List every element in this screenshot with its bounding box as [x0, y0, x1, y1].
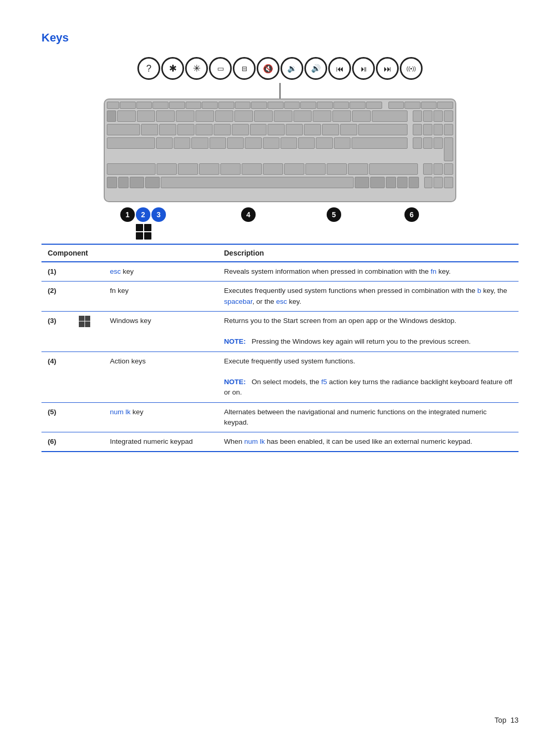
row-description: When num lk has been enabled, it can be …	[218, 432, 519, 452]
table-row: (4) Action keys Execute frequently used …	[41, 352, 519, 402]
row-num: (5)	[41, 402, 73, 432]
action-icon-mute: 🔇	[257, 57, 279, 80]
table-row: (6) Integrated numeric keypad When num l…	[41, 432, 519, 452]
row-description: Executes frequently used system function…	[218, 282, 519, 312]
callout-5: 5	[327, 207, 341, 222]
action-icon-next: ⏭	[376, 57, 399, 80]
row-icon-windows	[73, 311, 104, 352]
keyboard-diagram: ? ✱ ✳ ▭ ⊟ 🔇 🔉 🔊 ⏮ ⏯ ⏭ ((•))	[41, 57, 519, 233]
callout-1: 1	[120, 207, 135, 222]
action-icon-screen: ▭	[209, 57, 232, 80]
connector-line	[279, 83, 281, 99]
row-description: Execute frequently used system functions…	[218, 352, 519, 402]
table-row: (1) esc key Reveals system information w…	[41, 262, 519, 282]
footer-top-label: Top	[495, 716, 507, 724]
row-icon	[73, 352, 104, 402]
row-num: (2)	[41, 282, 73, 312]
row-icon	[73, 402, 104, 432]
row-icon	[73, 262, 104, 282]
action-icon-brightness-down: ✱	[161, 57, 184, 80]
action-icon-vol-down: 🔉	[281, 57, 303, 80]
row-icon	[73, 432, 104, 452]
row-description: Alternates between the navigational and …	[218, 402, 519, 432]
action-icon-help: ?	[137, 57, 160, 80]
callout-3: 3	[151, 207, 166, 222]
row-num: (3)	[41, 311, 73, 352]
table-row: (2) fn key Executes frequently used syst…	[41, 282, 519, 312]
callout-2: 2	[136, 207, 150, 222]
table-header-description: Description	[218, 244, 519, 262]
table-row: (5) num lk key Alternates between the na…	[41, 402, 519, 432]
action-icon-battery: ⊟	[233, 57, 256, 80]
footer-page-number: 13	[510, 716, 519, 724]
row-icon	[73, 282, 104, 312]
row-component: fn key	[104, 282, 218, 312]
action-icon-vol-up: 🔊	[304, 57, 327, 80]
row-component: esc key	[104, 262, 218, 282]
row-description: Returns you to the Start screen from an …	[218, 311, 519, 352]
row-component: Windows key	[104, 311, 218, 352]
action-icons-row: ? ✱ ✳ ▭ ⊟ 🔇 🔉 🔊 ⏮ ⏯ ⏭ ((•))	[137, 57, 423, 80]
table-header-component: Component	[41, 244, 218, 262]
action-icon-wireless: ((•))	[400, 57, 423, 80]
row-description: Reveals system information when pressed …	[218, 262, 519, 282]
keys-table: Component Description (1) esc key Reveal…	[41, 244, 519, 452]
page-title: Keys	[41, 31, 519, 45]
windows-key-icon	[136, 224, 151, 240]
row-num: (6)	[41, 432, 73, 452]
kb-callouts: 1 2 3 4 5 6	[104, 202, 456, 233]
callout-4: 4	[241, 207, 256, 222]
action-icon-prev: ⏮	[328, 57, 351, 80]
keyboard-image: 1 2 3 4 5 6	[104, 99, 456, 233]
action-icon-brightness-up: ✳	[185, 57, 208, 80]
row-num: (4)	[41, 352, 73, 402]
action-icon-play: ⏯	[352, 57, 375, 80]
row-component: num lk key	[104, 402, 218, 432]
row-component: Integrated numeric keypad	[104, 432, 218, 452]
row-component: Action keys	[104, 352, 218, 402]
page-footer: Top 13	[495, 716, 519, 724]
callout-6: 6	[404, 207, 419, 222]
table-row: (3) Windows key Returns you to the Start…	[41, 311, 519, 352]
row-num: (1)	[41, 262, 73, 282]
